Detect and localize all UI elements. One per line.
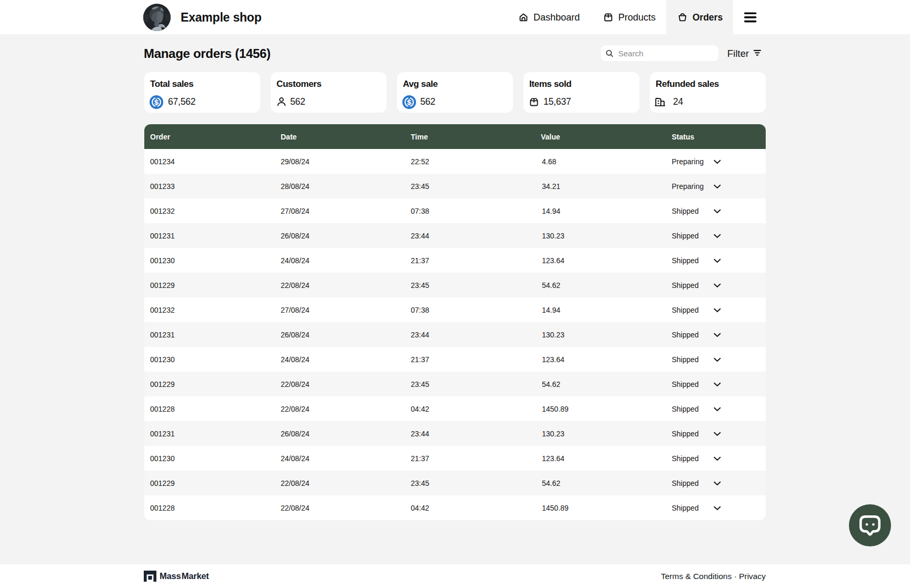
- svg-text:S: S: [407, 98, 412, 106]
- svg-text:S: S: [154, 98, 159, 106]
